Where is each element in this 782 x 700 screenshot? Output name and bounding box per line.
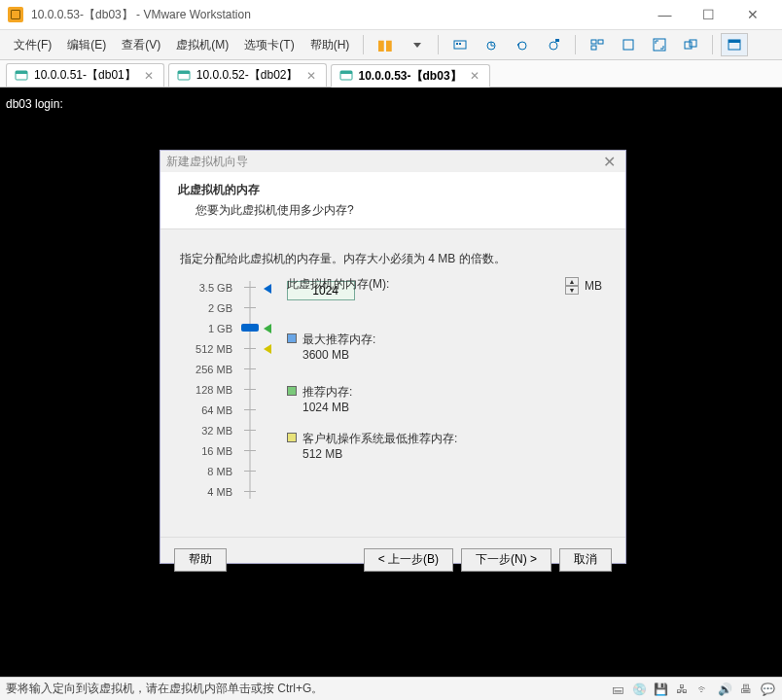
scale-label: 256 MB — [180, 364, 232, 375]
rec-value: 1024 MB — [302, 401, 352, 414]
svg-rect-7 — [591, 40, 596, 44]
svg-rect-6 — [555, 39, 559, 42]
dialog-body: 指定分配给此虚拟机的内存量。内存大小必须为 4 MB 的倍数。 3.5 GB 2… — [160, 229, 625, 537]
menubar: 文件(F) 编辑(E) 查看(V) 虚拟机(M) 选项卡(T) 帮助(H) ▮▮ — [0, 29, 782, 60]
menu-vm[interactable]: 虚拟机(M) — [168, 33, 236, 57]
menu-view[interactable]: 查看(V) — [114, 33, 168, 57]
svg-rect-2 — [459, 43, 461, 45]
close-button[interactable]: ✕ — [730, 1, 774, 28]
dialog-title: 新建虚拟机向导 — [166, 154, 248, 170]
svg-rect-21 — [340, 71, 352, 74]
svg-rect-19 — [178, 71, 190, 74]
svg-rect-10 — [623, 40, 633, 50]
vm-tabs: 10.0.0.51-【db01】 ✕ 10.0.0.52-【db02】 ✕ 10… — [0, 60, 782, 88]
svg-point-4 — [518, 42, 526, 50]
suspend-button[interactable]: ▮▮ — [372, 33, 399, 56]
tray-area: 🖴 💿 💾 🖧 ᯤ 🔊 🖶 💬 — [609, 682, 776, 697]
fullscreen-button[interactable] — [646, 33, 673, 56]
cancel-button[interactable]: 取消 — [559, 548, 612, 572]
back-button[interactable]: < 上一步(B) — [364, 548, 453, 572]
vm-icon — [15, 69, 28, 83]
min-rec-value: 512 MB — [302, 447, 457, 461]
menu-edit[interactable]: 编辑(E) — [59, 33, 114, 57]
play-dropdown-icon[interactable] — [403, 33, 430, 56]
tray-cd-icon[interactable]: 💿 — [630, 682, 648, 697]
window-title: 10.0.0.53-【db03】 - VMware Workstation — [31, 7, 643, 23]
manage-snapshot-button[interactable] — [540, 33, 567, 56]
dialog-heading: 此虚拟机的内存 — [178, 182, 608, 198]
separator — [438, 35, 439, 54]
next-button[interactable]: 下一步(N) > — [461, 548, 551, 572]
separator — [712, 35, 713, 54]
menu-file[interactable]: 文件(F) — [6, 33, 59, 57]
snapshot-button[interactable] — [478, 33, 505, 56]
new-vm-wizard-dialog: 新建虚拟机向导 ✕ 此虚拟机的内存 您要为此虚拟机使用多少内存? 指定分配给此虚… — [160, 150, 626, 564]
menu-help[interactable]: 帮助(H) — [302, 33, 358, 57]
scale-label: 512 MB — [180, 343, 232, 355]
menu-tabs[interactable]: 选项卡(T) — [236, 33, 302, 57]
svg-rect-17 — [16, 71, 27, 74]
statusbar: 要将输入定向到该虚拟机，请在虚拟机内部单击或按 Ctrl+G。 🖴 💿 💾 🖧 … — [0, 677, 782, 700]
unity-button[interactable] — [677, 33, 704, 56]
single-view-button[interactable] — [615, 33, 642, 56]
tab-db02[interactable]: 10.0.0.52-【db02】 ✕ — [168, 63, 327, 87]
svg-rect-12 — [685, 42, 692, 49]
max-legend-icon — [287, 333, 297, 343]
rec-legend-icon — [287, 386, 297, 396]
dialog-subheading: 您要为此虚拟机使用多少内存? — [196, 202, 608, 219]
scale-label: 128 MB — [180, 384, 232, 396]
help-button[interactable]: 帮助 — [174, 548, 227, 572]
dialog-close-icon[interactable]: ✕ — [599, 153, 620, 171]
memory-spinner[interactable]: ▲▼ — [565, 277, 579, 295]
slider-handle[interactable] — [241, 324, 259, 332]
vm-icon — [177, 69, 191, 83]
tab-close-icon[interactable]: ✕ — [304, 69, 318, 83]
scale-label: 16 MB — [180, 445, 232, 457]
rec-label: 推荐内存: — [302, 384, 352, 401]
tray-floppy-icon[interactable]: 💾 — [652, 682, 669, 697]
memory-hint: 指定分配给此虚拟机的内存量。内存大小必须为 4 MB 的倍数。 — [180, 251, 606, 267]
tab-db01[interactable]: 10.0.0.51-【db01】 ✕ — [6, 63, 164, 87]
svg-rect-9 — [591, 46, 596, 50]
svg-rect-15 — [729, 40, 740, 43]
memory-slider[interactable] — [238, 281, 262, 499]
tray-message-icon[interactable]: 💬 — [759, 682, 776, 697]
svg-point-5 — [550, 42, 557, 50]
scale-label: 1 GB — [180, 323, 232, 334]
scale-label: 4 MB — [180, 486, 232, 498]
svg-rect-11 — [654, 39, 665, 51]
tab-label: 10.0.0.52-【db02】 — [196, 67, 299, 84]
scale-label: 3.5 GB — [180, 282, 232, 294]
terminal-line: db03 login: — [6, 97, 776, 111]
separator — [363, 35, 364, 54]
memory-unit: MB — [585, 279, 602, 293]
tab-close-icon[interactable]: ✕ — [468, 69, 481, 83]
memory-label: 此虚拟机的内存(M): — [287, 276, 389, 293]
console-view-button[interactable] — [721, 33, 748, 56]
tab-close-icon[interactable]: ✕ — [142, 69, 156, 83]
thumbnail-view-button[interactable] — [584, 33, 611, 56]
status-text: 要将输入定向到该虚拟机，请在虚拟机内部单击或按 Ctrl+G。 — [6, 681, 323, 697]
minimize-button[interactable]: — — [643, 1, 687, 28]
titlebar: 10.0.0.53-【db03】 - VMware Workstation — … — [0, 0, 782, 29]
revert-snapshot-button[interactable] — [509, 33, 536, 56]
vm-icon — [339, 69, 353, 83]
tray-printer-icon[interactable]: 🖶 — [737, 682, 755, 697]
maximize-button[interactable]: ☐ — [687, 1, 730, 28]
tray-disk-icon[interactable]: 🖴 — [609, 682, 626, 697]
svg-rect-8 — [598, 40, 603, 44]
tray-usb-icon[interactable]: ᯤ — [694, 682, 712, 697]
tab-label: 10.0.0.51-【db01】 — [34, 67, 136, 84]
memory-info: 此虚拟机的内存(M): ▲▼ MB 最大推荐内存: 3600 MB 推荐内存: — [262, 281, 606, 499]
send-ctrl-alt-del-button[interactable] — [446, 33, 474, 56]
tab-db03[interactable]: 10.0.0.53-【db03】 ✕ — [331, 64, 490, 88]
tray-network-icon[interactable]: 🖧 — [673, 682, 691, 697]
scale-label: 8 MB — [180, 466, 232, 477]
svg-rect-1 — [456, 43, 458, 45]
max-rec-value: 3600 MB — [302, 348, 375, 362]
tray-sound-icon[interactable]: 🔊 — [716, 682, 733, 697]
svg-rect-13 — [690, 40, 696, 47]
separator — [575, 35, 576, 54]
min-legend-icon — [287, 433, 297, 442]
scale-label: 64 MB — [180, 404, 232, 416]
